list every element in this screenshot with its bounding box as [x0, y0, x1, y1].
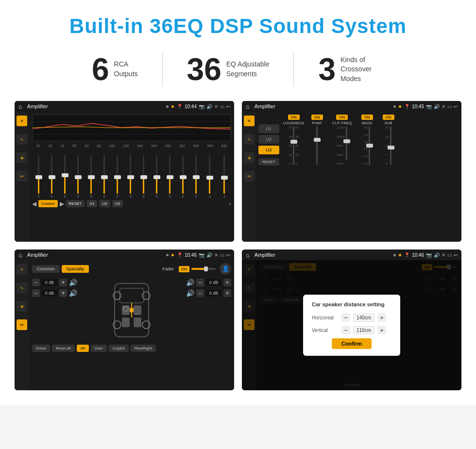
wave-icon-btn-3[interactable]: ∿	[17, 283, 27, 293]
eq-slider-1[interactable]: 0	[38, 155, 40, 198]
location-icon-4: 📍	[404, 252, 410, 258]
status-icons-4: 📍 10:46 📷 🔊 ✕ ▭ ↩	[404, 252, 458, 258]
all-btn[interactable]: All	[77, 345, 89, 352]
ch-fl-plus[interactable]: +	[59, 279, 67, 286]
close-icon-4[interactable]: ✕	[442, 252, 445, 258]
slider-loudness[interactable]	[293, 126, 294, 165]
ch-fr-plus[interactable]: +	[223, 279, 231, 286]
eq-icon-btn-2[interactable]: ≡	[244, 116, 255, 126]
home-icon-2[interactable]: ⌂	[246, 103, 250, 110]
u2-crossover-btn[interactable]: U2	[258, 135, 279, 144]
eq-icon-btn-3[interactable]: ≡	[17, 264, 27, 275]
fader-slider-svg[interactable]	[191, 266, 216, 272]
ch-rr-plus[interactable]: +	[223, 289, 231, 297]
confirm-button[interactable]: Confirm	[332, 338, 372, 349]
slider-bass[interactable]	[369, 126, 370, 165]
eq-slider-3[interactable]: 5	[64, 155, 66, 198]
arrow-icon-btn-3[interactable]: ⇔	[17, 319, 27, 330]
u3-btn[interactable]: U3	[112, 200, 123, 207]
speaker-icon-btn[interactable]: ◈	[17, 152, 27, 163]
more-icon[interactable]: »	[228, 201, 231, 206]
home-icon-4[interactable]: ⌂	[246, 251, 250, 259]
vertical-plus[interactable]: +	[377, 326, 386, 334]
eq-slider-14[interactable]: -1	[208, 155, 211, 198]
location-icon-2: 📍	[404, 104, 410, 109]
eq-slider-10[interactable]: 0	[156, 155, 158, 198]
specialty-tab-3[interactable]: Specialty	[62, 265, 89, 273]
home-icon-1[interactable]: ⌂	[18, 103, 22, 110]
speaker-icon-btn-2[interactable]: ◈	[244, 152, 255, 163]
on-cutfreq[interactable]: ON	[336, 115, 348, 120]
close-icon-1[interactable]: ✕	[214, 104, 218, 109]
reset-btn-eq[interactable]: RESET	[66, 200, 85, 207]
eq-slider-11[interactable]: 0	[169, 155, 171, 198]
profile-icon[interactable]: 👤	[220, 263, 231, 275]
eq-slider-9[interactable]: 0	[143, 155, 145, 198]
u3-crossover-btn[interactable]: U3	[258, 146, 279, 154]
copilot-btn[interactable]: Copilot	[109, 345, 129, 352]
ch-fr-minus[interactable]: −	[196, 279, 204, 286]
horizontal-plus[interactable]: +	[377, 313, 386, 322]
rearleft-btn[interactable]: RearLeft	[52, 345, 75, 352]
ch-row-fr: 🔊 − 0 dB +	[186, 279, 231, 286]
custom-btn[interactable]: Custom	[38, 200, 58, 207]
eq-bottom-bar: ◀ Custom ▶ RESET U1 U2 U3 »	[32, 200, 231, 207]
next-arrow[interactable]: ▶	[60, 200, 64, 207]
ch-fl-minus[interactable]: −	[32, 279, 40, 286]
ch-rr-minus[interactable]: −	[196, 289, 204, 297]
speaker-fr-icon: 🔊	[186, 279, 194, 286]
on-bass[interactable]: ON	[361, 115, 373, 120]
wave-icon-btn[interactable]: ∿	[17, 134, 27, 145]
u1-btn[interactable]: U1	[86, 200, 97, 207]
screen2-title: Amplifier	[255, 103, 391, 109]
slider-sub[interactable]	[390, 126, 391, 165]
ch-row-rl: − 0 dB + 🔊	[32, 289, 77, 297]
user-btn[interactable]: User	[91, 345, 107, 352]
back-icon-1[interactable]: ↩	[226, 104, 230, 109]
common-tab-3[interactable]: Common	[32, 265, 60, 273]
horizontal-minus[interactable]: −	[341, 313, 350, 322]
driver-btn[interactable]: Driver	[32, 345, 50, 352]
u1-crossover-btn[interactable]: U1	[258, 124, 279, 133]
eq-slider-7[interactable]: 0	[117, 155, 119, 198]
eq-slider-13[interactable]: 0	[195, 155, 197, 198]
fader-on-toggle[interactable]: ON	[179, 266, 189, 272]
eq-slider-15[interactable]: -1	[222, 155, 225, 198]
speaker-icon-btn-3[interactable]: ◈	[17, 301, 27, 312]
vertical-minus[interactable]: −	[341, 326, 350, 334]
eq-slider-6[interactable]: 0	[103, 155, 105, 198]
home-icon-3[interactable]: ⌂	[18, 251, 22, 259]
close-icon-3[interactable]: ✕	[214, 252, 218, 258]
screen3-title: Amplifier	[27, 252, 163, 258]
back-icon-2[interactable]: ↩	[454, 104, 458, 109]
camera-icon-4: 📷	[426, 252, 432, 258]
on-sub[interactable]: ON	[383, 115, 394, 120]
close-icon-2[interactable]: ✕	[442, 104, 445, 109]
eq-slider-2[interactable]: 0	[51, 155, 53, 198]
on-phat[interactable]: ON	[311, 115, 323, 120]
freq-100: 100	[109, 144, 115, 148]
eq-slider-5[interactable]: 0	[90, 155, 92, 198]
on-loudness[interactable]: ON	[288, 115, 300, 120]
u2-btn[interactable]: U2	[99, 200, 110, 207]
svg-rect-18	[122, 317, 130, 327]
ch-rl-plus[interactable]: +	[59, 289, 67, 297]
eq-slider-8[interactable]: 0	[130, 155, 132, 198]
prev-arrow[interactable]: ◀	[32, 200, 36, 207]
ch-rl-minus[interactable]: −	[32, 289, 40, 297]
wave-icon-btn-2[interactable]: ∿	[244, 134, 255, 145]
arrow-icon-btn[interactable]: ⇔	[17, 171, 27, 182]
status-bar-3: ⌂ Amplifier 📍 10:46 📷 🔊 ✕ ▭ ↩	[15, 249, 234, 260]
arrow-icon-btn-2[interactable]: ⇔	[244, 171, 255, 182]
reset-crossover-btn[interactable]: RESET	[258, 158, 279, 166]
left-sidebar-1: ≡ ∿ ◈ ⇔	[15, 112, 29, 242]
back-icon-3[interactable]: ↩	[226, 252, 230, 258]
back-icon-4[interactable]: ↩	[454, 252, 458, 258]
slider-cutfreq[interactable]	[346, 126, 347, 160]
screen-crossover: ⌂ Amplifier 📍 10:45 📷 🔊 ✕ ▭ ↩ ≡ ∿	[242, 101, 461, 242]
eq-slider-4[interactable]: 0	[77, 155, 79, 198]
eq-slider-12[interactable]: 0	[182, 155, 184, 198]
eq-icon-btn[interactable]: ≡	[17, 116, 27, 126]
rearright-btn[interactable]: RearRight	[131, 345, 156, 352]
slider-phat[interactable]	[316, 126, 318, 165]
